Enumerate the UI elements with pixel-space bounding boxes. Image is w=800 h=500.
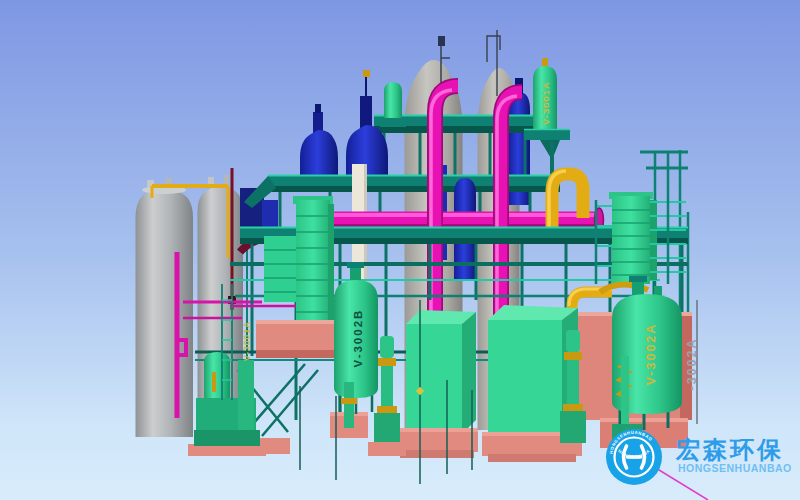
storage-tank-left-front [136, 178, 194, 437]
vessel-v3002a-tag: V-3002A [644, 323, 658, 386]
green-box-tank-left [406, 310, 476, 434]
logo-english-name: HONGSENHUANBAO [678, 462, 792, 474]
plant-3d-render: V-3001A [0, 0, 800, 500]
vessel-v3002b: V-3002B [334, 262, 378, 414]
plant-scene-canvas: V-3001A [0, 0, 800, 500]
logo-chinese-name: 宏森环保 [675, 436, 784, 463]
vessel-v3001a-tag: V-3001A [540, 81, 551, 125]
vessel-v3002a-gray-tag: -3002A [685, 338, 699, 391]
vessel-v3002b-tag: V-3002B [352, 309, 364, 368]
foundation-left-hx [256, 320, 338, 358]
left-pump-area-tag: V-3001A [242, 321, 252, 361]
